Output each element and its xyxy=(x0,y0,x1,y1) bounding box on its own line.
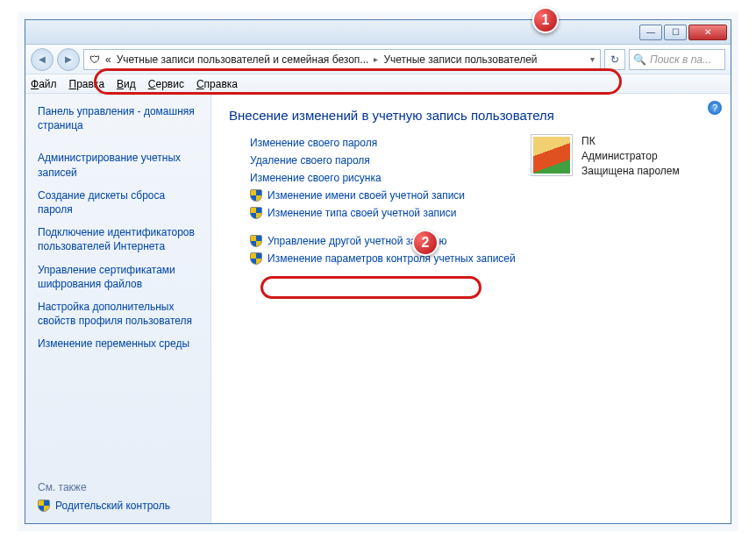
link-change-type[interactable]: Изменение типа своей учетной записи xyxy=(267,207,456,219)
menu-tools[interactable]: Сервис xyxy=(148,78,184,90)
see-also-label: См. также xyxy=(38,481,198,493)
breadcrumb-segment-2[interactable]: Учетные записи пользователей xyxy=(383,53,537,66)
search-placeholder: Поиск в па... xyxy=(650,53,711,66)
sidebar-link-parental[interactable]: Родительский контроль xyxy=(55,499,170,513)
account-links-group-2: Управление другой учетной записью Измене… xyxy=(250,235,713,265)
close-button[interactable]: ✕ xyxy=(688,25,727,40)
sidebar-link-env[interactable]: Изменение переменных среды xyxy=(38,337,198,351)
nav-toolbar: ◄ ► 🛡 « Учетные записи пользователей и с… xyxy=(25,45,731,74)
titlebar: — ☐ ✕ xyxy=(25,20,731,45)
breadcrumb-segment-1[interactable]: Учетные записи пользователей и семейная … xyxy=(117,53,369,66)
shield-icon xyxy=(250,207,262,219)
link-remove-password[interactable]: Удаление своего пароля xyxy=(250,154,370,167)
window-body: Панель управления - домашняя страница Ад… xyxy=(25,94,731,523)
sidebar-link-admin[interactable]: Администрирование учетных записей xyxy=(38,151,198,179)
page-title: Внесение изменений в учетную запись поль… xyxy=(229,108,713,123)
menu-bar: Файл Правка Вид Сервис Справка xyxy=(25,74,731,94)
shield-icon xyxy=(250,252,262,265)
help-icon[interactable]: ? xyxy=(708,101,722,115)
breadcrumb-prefix: « xyxy=(105,53,111,66)
link-change-name[interactable]: Изменение имени своей учетной записи xyxy=(267,189,465,202)
address-dropdown-icon[interactable]: ▾ xyxy=(590,54,595,64)
menu-edit[interactable]: Правка xyxy=(69,78,105,90)
menu-help[interactable]: Справка xyxy=(196,78,238,90)
see-also-section: См. также Родительский контроль xyxy=(38,481,198,513)
window-frame: — ☐ ✕ ◄ ► 🛡 « Учетные записи пользовател… xyxy=(25,19,731,524)
breadcrumb-arrow-icon: ▸ xyxy=(374,54,378,64)
annotation-badge-1: 1 xyxy=(532,7,559,33)
user-info: ПК Администратор Защищена паролем xyxy=(581,134,680,178)
search-icon: 🔍 xyxy=(633,53,646,66)
menu-view[interactable]: Вид xyxy=(117,78,136,90)
shield-icon xyxy=(250,235,262,247)
menu-file[interactable]: Файл xyxy=(31,78,57,90)
control-panel-icon: 🛡 xyxy=(89,53,100,66)
refresh-button[interactable]: ↻ xyxy=(604,49,625,70)
back-button[interactable]: ◄ xyxy=(31,48,53,71)
maximize-button[interactable]: ☐ xyxy=(664,25,687,40)
user-status: Защищена паролем xyxy=(581,164,680,179)
current-user-box: ПК Администратор Защищена паролем xyxy=(531,134,706,178)
link-change-picture[interactable]: Изменение своего рисунка xyxy=(250,172,382,184)
user-name: ПК xyxy=(581,134,680,149)
search-box[interactable]: 🔍 Поиск в па... xyxy=(629,49,725,70)
minimize-button[interactable]: — xyxy=(639,25,662,40)
shield-icon xyxy=(38,500,50,512)
sidebar-link-reset-disk[interactable]: Создание дискеты сброса пароля xyxy=(38,188,198,216)
link-uac-settings[interactable]: Изменение параметров контроля учетных за… xyxy=(267,252,516,265)
link-change-password[interactable]: Изменение своего пароля xyxy=(250,137,377,149)
sidebar-link-profile[interactable]: Настройка дополнительных свойств профиля… xyxy=(38,300,198,328)
address-bar[interactable]: 🛡 « Учетные записи пользователей и семей… xyxy=(83,49,601,70)
user-role: Администратор xyxy=(581,149,680,164)
shield-icon xyxy=(250,189,262,202)
annotation-badge-2: 2 xyxy=(412,230,439,256)
main-content: ? Внесение изменений в учетную запись по… xyxy=(211,94,731,523)
sidebar-link-certs[interactable]: Управление сертификатами шифрования файл… xyxy=(38,263,198,291)
user-avatar xyxy=(531,134,573,176)
sidebar-link-home[interactable]: Панель управления - домашняя страница xyxy=(38,104,198,132)
sidebar: Панель управления - домашняя страница Ад… xyxy=(25,94,211,523)
forward-button[interactable]: ► xyxy=(57,48,80,71)
sidebar-link-online-ids[interactable]: Подключение идентификаторов пользователе… xyxy=(38,225,198,253)
